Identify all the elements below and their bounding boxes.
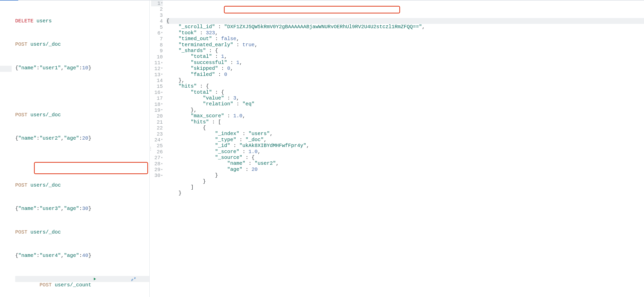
fold-close-icon[interactable]: ▴ <box>160 155 163 160</box>
line-number: 27 ▴ <box>151 155 163 161</box>
http-method: POST <box>15 112 27 118</box>
line-number: 24 ▾ <box>151 137 163 143</box>
line-number: 10 <box>151 54 163 60</box>
token-punc: : <box>212 54 221 59</box>
run-icon[interactable] <box>92 265 129 293</box>
fold-close-icon[interactable]: ▴ <box>160 167 163 172</box>
token-punc: { <box>166 18 169 24</box>
token-str: "DXF1ZXJ5QW5kRmV0Y2gBAAAAAABjawWNURvOERh… <box>224 24 422 30</box>
token-punc: : <box>215 72 224 77</box>
token-punc: : <box>227 60 236 65</box>
token-key: "name" <box>227 160 245 166</box>
fold-open-icon[interactable]: ▾ <box>160 65 163 71</box>
line-number: 15 <box>151 84 163 89</box>
request-code[interactable]: DELETE users POST users/_doc {"name":"us… <box>15 1 150 297</box>
code-line: "hits" : { <box>166 83 644 89</box>
fold-open-icon[interactable]: ▾ <box>160 72 163 77</box>
token-key: "_score" <box>215 149 239 155</box>
code-line: "total" : { <box>166 89 644 95</box>
code-line: "timed_out" : false, <box>166 36 644 42</box>
wrench-icon[interactable] <box>131 265 150 293</box>
token-punc: , <box>215 30 218 36</box>
request-editor[interactable]: DELETE users POST users/_doc {"name":"us… <box>0 1 150 297</box>
code-line: "relation" : "eq" <box>166 101 644 107</box>
fold-close-icon[interactable]: ▴ <box>160 172 163 178</box>
line-number: 2 <box>151 6 163 12</box>
fold-open-icon[interactable]: ▾ <box>160 101 163 107</box>
token-punc: : <box>239 131 248 137</box>
token-punc: , <box>236 95 239 101</box>
http-method: POST <box>40 282 52 288</box>
fold-open-icon[interactable]: ▾ <box>160 137 163 143</box>
code-line: "terminated_early" : true, <box>166 42 644 48</box>
line-number: 11 ▴ <box>151 60 163 66</box>
token-punc: : <box>236 137 245 143</box>
code-line: "_score" : 1.0, <box>166 149 644 155</box>
fold-open-icon[interactable]: ▾ <box>160 107 163 113</box>
token-num: 3 <box>233 95 236 101</box>
token-punc: : <box>242 167 252 172</box>
http-method: POST <box>15 229 27 235</box>
token-bool: true <box>242 42 255 48</box>
line-number: 5 <box>151 24 163 30</box>
line-number: 3 <box>151 12 163 18</box>
token-punc <box>166 149 215 155</box>
token-key: "total" <box>191 89 212 95</box>
code-line: } <box>166 172 644 178</box>
token-punc: }, <box>166 77 185 83</box>
token-punc <box>166 160 227 166</box>
fold-open-icon[interactable]: ▾ <box>160 1 163 6</box>
token-punc <box>166 101 203 107</box>
token-punc <box>166 95 203 101</box>
token-num: 0 <box>224 72 227 77</box>
fold-close-icon[interactable]: ▴ <box>160 89 163 95</box>
token-punc: , <box>306 143 309 148</box>
token-str: "user2" <box>255 160 276 166</box>
code-line: "hits" : [ <box>166 119 644 125</box>
token-punc: } <box>166 190 182 196</box>
token-str: "users" <box>248 131 270 137</box>
token-punc <box>166 143 215 148</box>
token-key: "skipped" <box>191 65 218 71</box>
token-punc <box>166 113 191 119</box>
line-number: 12 ▾ <box>151 66 163 72</box>
token-key: "hits" <box>178 83 197 89</box>
token-key: "terminated_early" <box>178 42 233 48</box>
fold-close-icon[interactable]: ▴ <box>160 161 163 167</box>
fold-open-icon[interactable]: ▾ <box>160 30 163 36</box>
line-number: 17 <box>151 95 163 101</box>
fold-close-icon[interactable]: ▴ <box>160 60 163 65</box>
token-punc: : <box>197 30 206 36</box>
token-punc: } <box>166 172 218 178</box>
url-path: users <box>37 18 52 24</box>
token-key: "value" <box>203 95 224 101</box>
token-punc: : <box>218 65 227 71</box>
token-punc: , <box>264 137 267 143</box>
token-punc: : <box>230 143 239 148</box>
line-number: 25 <box>151 143 163 149</box>
token-num: 20 <box>252 167 258 172</box>
response-viewer[interactable]: 1 ▾23456 ▾7891011 ▴12 ▾13 ▾141516 ▴1718 … <box>151 1 644 297</box>
code-line: "_id" : "ukAk8XIBYdMHFwfFpr4y", <box>166 143 644 148</box>
line-number: 8 <box>151 42 163 48</box>
token-punc: : <box>224 95 233 101</box>
token-punc <box>166 65 191 71</box>
http-method: POST <box>15 41 27 47</box>
token-str: "ukAk8XIBYdMHFwfFpr4y" <box>239 143 306 148</box>
line-number: 21 <box>151 119 163 125</box>
response-code: { "_scroll_id" : "DXF1ZXJ5QW5kRmV0Y2gBAA… <box>166 1 644 297</box>
line-number: 18 ▾ <box>151 102 163 107</box>
code-line: "successful" : 1, <box>166 60 644 65</box>
code-line: "total" : 1, <box>166 54 644 59</box>
token-punc: : { <box>197 83 209 89</box>
code-line: "_type" : "_doc", <box>166 137 644 143</box>
code-line: "name" : "user2", <box>166 160 644 166</box>
token-key: "failed" <box>191 72 215 77</box>
token-punc: : { <box>242 155 255 160</box>
token-punc <box>166 60 191 65</box>
token-punc: , <box>239 60 242 65</box>
code-line: "_index" : "users", <box>166 131 644 137</box>
line-number: 22 <box>151 125 163 131</box>
token-punc <box>166 167 227 172</box>
line-number: 29 ▴ <box>151 167 163 173</box>
